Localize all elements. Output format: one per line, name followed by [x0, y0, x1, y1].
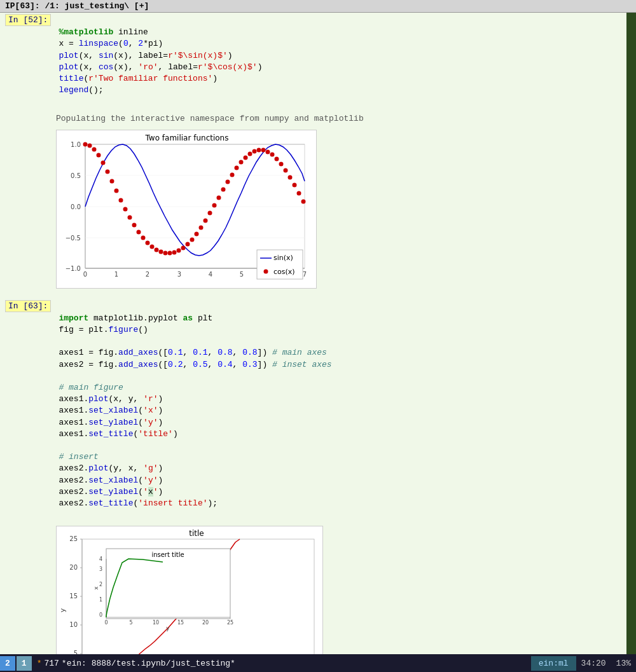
- cell-input-63: In [63]: import matplotlib.pyplot as plt…: [0, 299, 626, 524]
- svg-point-28: [114, 188, 119, 193]
- cell-input-52: In [52]: %matplotlib inline x = linspace…: [0, 13, 626, 111]
- svg-point-65: [279, 161, 284, 166]
- svg-point-26: [106, 169, 110, 174]
- svg-point-46: [195, 231, 199, 236]
- svg-point-51: [217, 195, 221, 200]
- prompt-label-52: In [52]:: [5, 14, 51, 26]
- svg-text:25: 25: [69, 535, 78, 542]
- output-52: Populating the interactive namespace fro…: [0, 111, 626, 127]
- cell-63: In [63]: import matplotlib.pyplot as plt…: [0, 299, 626, 672]
- svg-text:−0.5: −0.5: [66, 235, 81, 242]
- svg-text:1: 1: [114, 271, 118, 278]
- cell-52: In [52]: %matplotlib inline x = linspace…: [0, 13, 626, 294]
- chart2-svg: title 0 5 10 15 20 25: [56, 526, 323, 672]
- svg-point-58: [248, 151, 252, 156]
- prompt-label-63: In [63]:: [5, 300, 51, 312]
- svg-point-38: [159, 249, 163, 254]
- svg-text:10: 10: [69, 621, 78, 628]
- svg-point-34: [141, 235, 146, 240]
- svg-point-62: [266, 149, 270, 154]
- svg-point-22: [88, 143, 92, 147]
- svg-point-41: [172, 250, 177, 254]
- chart2-container: title 0 5 10 15 20 25: [0, 523, 626, 672]
- svg-text:1.0: 1.0: [71, 141, 81, 148]
- status-asterisk: *: [37, 659, 42, 668]
- svg-text:0: 0: [83, 271, 87, 278]
- svg-point-43: [181, 245, 186, 250]
- svg-point-45: [190, 237, 195, 242]
- chart1-cos-legend: cos(x): [273, 268, 295, 276]
- svg-point-32: [132, 223, 137, 227]
- svg-rect-101: [106, 549, 230, 619]
- svg-point-55: [235, 165, 239, 170]
- svg-text:20: 20: [202, 620, 209, 626]
- svg-text:2: 2: [146, 271, 149, 278]
- svg-point-24: [97, 153, 101, 157]
- svg-text:0: 0: [104, 620, 107, 626]
- code-63[interactable]: import matplotlib.pyplot as plt fig = pl…: [56, 299, 626, 524]
- svg-text:−1.0: −1.0: [66, 265, 81, 272]
- status-notebook: *ein: 8888/test.ipynb/just_testing*: [62, 659, 531, 668]
- chart1-container: Two familiar functions 1.0 0.5 0.0 −0.5 …: [0, 127, 626, 294]
- title-bar: IP[63]: /1: just_testing\ [+]: [0, 0, 636, 13]
- svg-point-48: [204, 218, 208, 223]
- svg-point-39: [163, 250, 168, 255]
- svg-point-73: [264, 269, 268, 273]
- svg-point-52: [221, 187, 226, 191]
- svg-point-23: [92, 147, 97, 151]
- svg-text:0: 0: [99, 612, 102, 618]
- svg-point-53: [226, 179, 230, 184]
- chart2-y-label: y: [59, 608, 67, 613]
- svg-point-31: [128, 215, 132, 219]
- chart2-main-title: title: [189, 529, 204, 538]
- svg-point-37: [155, 247, 159, 252]
- svg-point-44: [186, 242, 190, 246]
- status-bar: 2 1 * 717 *ein: 8888/test.ipynb/just_tes…: [0, 654, 636, 672]
- svg-point-69: [297, 191, 301, 195]
- chart2-inset-x-label: y: [166, 625, 170, 631]
- svg-point-29: [119, 198, 123, 202]
- status-history: 717: [44, 659, 59, 668]
- svg-point-61: [261, 147, 266, 152]
- svg-point-40: [168, 250, 172, 255]
- svg-text:2: 2: [99, 582, 102, 587]
- svg-text:15: 15: [177, 620, 184, 626]
- svg-text:1: 1: [99, 597, 102, 603]
- svg-text:7: 7: [303, 271, 307, 278]
- status-cell-num: 2: [0, 656, 15, 671]
- chart1-sin-legend: sin(x): [273, 254, 293, 262]
- svg-point-67: [288, 175, 293, 179]
- svg-point-21: [83, 142, 88, 146]
- svg-text:20: 20: [69, 564, 78, 571]
- svg-point-42: [177, 248, 181, 252]
- svg-point-27: [110, 179, 114, 183]
- svg-point-30: [123, 207, 128, 211]
- chart2-inset-y-label: x: [93, 586, 99, 590]
- svg-text:5: 5: [129, 620, 132, 626]
- svg-point-68: [293, 182, 297, 187]
- svg-text:4: 4: [209, 271, 212, 278]
- notebook: In [52]: %matplotlib inline x = linspace…: [0, 13, 626, 672]
- svg-text:3: 3: [177, 271, 181, 278]
- svg-text:15: 15: [69, 593, 78, 600]
- status-kernel: ein:ml: [531, 656, 576, 671]
- prompt-52: In [52]:: [0, 13, 56, 27]
- svg-point-56: [239, 160, 244, 164]
- svg-point-60: [257, 147, 261, 152]
- svg-point-54: [230, 172, 235, 177]
- svg-point-33: [137, 230, 141, 234]
- status-mode-num: 1: [17, 656, 32, 671]
- svg-point-49: [208, 210, 212, 215]
- code-52[interactable]: %matplotlib inline x = linspace(0, 2*pi)…: [56, 13, 626, 111]
- chart2-inset-title: insert title: [151, 551, 184, 558]
- svg-text:5: 5: [240, 271, 244, 278]
- svg-text:0.0: 0.0: [71, 203, 81, 210]
- svg-text:0.5: 0.5: [71, 172, 81, 179]
- svg-point-64: [275, 156, 279, 161]
- svg-text:10: 10: [153, 620, 159, 626]
- svg-point-25: [101, 160, 106, 165]
- title-text: IP[63]: /1: just_testing\ [+]: [5, 1, 149, 11]
- svg-point-36: [150, 244, 155, 249]
- svg-text:25: 25: [227, 620, 233, 626]
- svg-point-63: [270, 152, 275, 156]
